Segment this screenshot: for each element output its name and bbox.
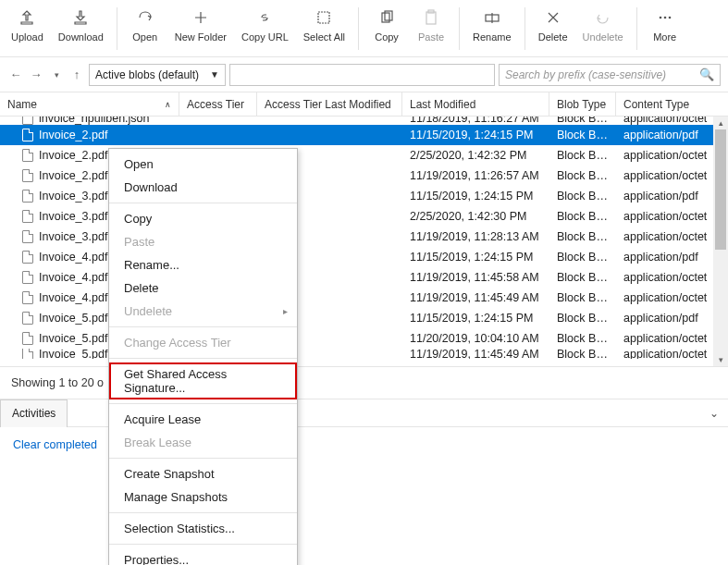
cell-lm: 11/19/2019, 11:45:49 AM: [402, 349, 549, 359]
file-icon: [22, 149, 33, 162]
cell-lm: 11/19/2019, 11:45:58 AM: [402, 271, 549, 284]
collapse-icon[interactable]: ⌄: [709, 407, 719, 420]
cell-bt: Block Blob: [549, 149, 616, 162]
plus-icon: [191, 7, 211, 28]
rename-icon: [482, 7, 502, 28]
file-name: Invoice_2.pdf: [39, 169, 107, 182]
header-access-tier-lm[interactable]: Access Tier Last Modified: [257, 92, 402, 116]
file-name: Invoice_3.pdf: [39, 190, 107, 203]
select-all-button[interactable]: Select All: [296, 4, 352, 46]
scroll-up-icon[interactable]: ▴: [713, 117, 728, 129]
sort-caret-icon: ∧: [165, 100, 171, 109]
nav-history-dropdown[interactable]: ▾: [48, 67, 65, 83]
cell-bt: Block Blob: [549, 271, 616, 284]
cell-lm: 11/19/2019, 11:26:57 AM: [402, 169, 549, 182]
file-icon: [22, 169, 33, 182]
menu-item[interactable]: Open: [109, 153, 297, 176]
cell-lm: 11/20/2019, 10:04:10 AM: [402, 332, 549, 345]
download-label: Download: [58, 31, 104, 43]
search-input[interactable]: [505, 68, 699, 81]
cell-bt: Block Blob: [549, 332, 616, 345]
file-name: Invoice_5.pdf: [39, 349, 107, 359]
header-blob-type[interactable]: Blob Type: [549, 92, 616, 116]
select-all-icon: [314, 7, 334, 28]
new-folder-button[interactable]: New Folder: [167, 4, 234, 46]
file-icon: [22, 312, 33, 325]
context-menu: OpenDownloadCopyPasteRename...DeleteUnde…: [108, 148, 298, 565]
nav-back[interactable]: ←: [7, 67, 24, 83]
file-icon: [22, 230, 33, 243]
search-box[interactable]: 🔍: [499, 64, 721, 86]
download-button[interactable]: Download: [51, 4, 111, 46]
cell-ct: application/octet: [616, 230, 728, 243]
open-icon: [135, 7, 155, 28]
delete-icon: [543, 7, 563, 28]
copy-button[interactable]: Copy: [364, 4, 409, 46]
open-button[interactable]: Open: [123, 4, 167, 46]
file-icon: [22, 129, 33, 141]
cell-bt: Block Blob: [549, 117, 616, 125]
svg-rect-0: [318, 12, 329, 23]
undelete-label: Undelete: [583, 31, 623, 43]
undelete-button[interactable]: Undelete: [575, 4, 631, 46]
scrollbar-thumb[interactable]: [715, 129, 726, 250]
header-last-modified[interactable]: Last Modified: [402, 92, 549, 116]
menu-separator: [109, 403, 297, 404]
menu-item[interactable]: Manage Snapshots: [109, 485, 297, 509]
file-name: Invoice_4.pdf: [39, 271, 107, 284]
cell-lm: 11/19/2019, 11:45:49 AM: [402, 291, 549, 304]
path-input[interactable]: [229, 64, 495, 86]
cell-bt: Block Blob: [549, 349, 616, 359]
delete-button[interactable]: Delete: [531, 4, 575, 46]
cell-ct: application/octet: [616, 332, 728, 345]
menu-separator: [109, 544, 297, 545]
cell-lm: 11/15/2019, 1:24:15 PM: [402, 251, 549, 264]
header-access-tier[interactable]: Access Tier: [179, 92, 257, 116]
scroll-down-icon[interactable]: ▾: [713, 353, 728, 366]
rename-button[interactable]: Rename: [465, 4, 519, 46]
file-icon: [22, 291, 33, 304]
nav-forward[interactable]: →: [28, 67, 44, 83]
cell-bt: Block Blob: [549, 129, 616, 141]
paste-label: Paste: [418, 31, 444, 43]
search-icon: 🔍: [699, 68, 714, 81]
copy-label: Copy: [375, 31, 399, 43]
copy-url-button[interactable]: Copy URL: [234, 4, 296, 46]
menu-item: Break Lease: [109, 431, 297, 454]
menu-separator: [109, 458, 297, 459]
cell-lm: 11/15/2019, 1:24:15 PM: [402, 190, 549, 203]
cell-bt: Block Blob: [549, 210, 616, 223]
view-mode-select[interactable]: Active blobs (default) ▼: [89, 64, 226, 86]
cell-ct: application/octet: [616, 210, 728, 223]
menu-item: Undelete▸: [109, 300, 297, 323]
menu-item[interactable]: Properties...: [109, 548, 297, 565]
toolbar-separator: [636, 7, 637, 50]
menu-item[interactable]: Create Snapshot: [109, 462, 297, 485]
toolbar: Upload Download Open New Folder Copy URL…: [0, 0, 728, 57]
header-content-type[interactable]: Content Type: [616, 92, 728, 116]
vertical-scrollbar[interactable]: ▴ ▾: [713, 117, 728, 366]
cell-ct: application/pdf: [616, 129, 728, 141]
menu-item[interactable]: Selection Statistics...: [109, 517, 297, 540]
table-row[interactable]: Invoice_2.pdf11/15/2019, 1:24:15 PMBlock…: [0, 125, 728, 145]
paste-button[interactable]: Paste: [409, 4, 453, 46]
upload-button[interactable]: Upload: [4, 4, 51, 46]
table-row[interactable]: invoice_ripuilben.json11/18/2019, 11:16:…: [0, 117, 728, 125]
menu-item[interactable]: Download: [109, 176, 297, 199]
more-icon: [655, 7, 675, 28]
menu-item[interactable]: Rename...: [109, 253, 297, 276]
activities-tab[interactable]: Activities: [0, 399, 68, 427]
menu-item[interactable]: Get Shared Access Signature...: [109, 362, 297, 399]
nav-up[interactable]: ↑: [68, 67, 85, 83]
menu-item[interactable]: Delete: [109, 276, 297, 300]
cell-lm: 2/25/2020, 1:42:30 PM: [402, 210, 549, 223]
menu-item[interactable]: Acquire Lease: [109, 408, 297, 431]
undelete-icon: [593, 7, 613, 28]
cell-ct: application/octet: [616, 271, 728, 284]
menu-item[interactable]: Copy: [109, 207, 297, 230]
file-icon: [22, 210, 33, 223]
select-all-label: Select All: [303, 31, 345, 43]
upload-label: Upload: [11, 31, 43, 43]
header-name[interactable]: Name ∧: [0, 92, 179, 116]
more-button[interactable]: More: [643, 4, 687, 46]
